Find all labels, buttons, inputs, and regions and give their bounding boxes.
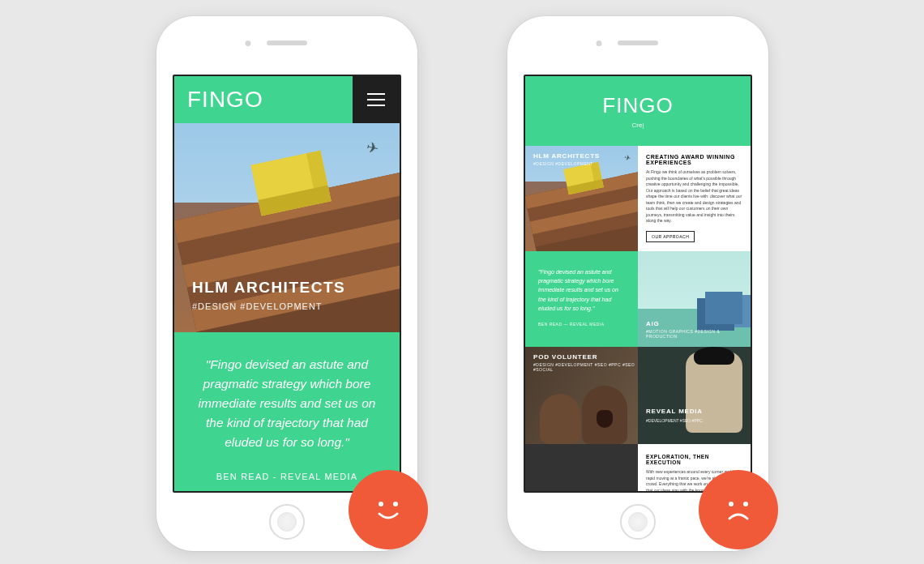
photo-detail: [597, 410, 613, 428]
tile-title: REVEAL MEDIA: [646, 408, 703, 415]
hero-tile-hlm[interactable]: ✈ HLM ARCHITECTS #DESIGN #DEVELOPMENT: [174, 123, 400, 332]
sad-face-icon: [699, 470, 778, 549]
airplane-icon: ✈: [365, 139, 380, 159]
svg-point-0: [379, 502, 383, 506]
tile-label: HLM ARCHITECTS #DESIGN #DEVELOPMENT: [533, 152, 600, 166]
photo-child: [540, 394, 580, 444]
hero-label: HLM ARCHITECTS #DESIGN #DEVELOPMENT: [192, 279, 345, 311]
airplane-icon: ✈: [624, 153, 632, 162]
quote-text: "Fingo devised an astute and pragmatic s…: [194, 355, 380, 452]
hero-tags: #DESIGN #DEVELOPMENT: [192, 301, 345, 311]
tile-subtitle: #DESIGN #DEVELOPMENT: [533, 161, 600, 166]
copy-heading: EXPLORATION, THEN EXECUTION: [646, 454, 742, 465]
copy-heading: CREATING AWARD WINNING EXPERIENCES: [646, 154, 742, 165]
svg-point-1: [393, 502, 398, 506]
svg-point-2: [729, 502, 734, 506]
mobile-header: FINGO: [174, 76, 400, 123]
svg-point-3: [743, 502, 748, 506]
quote-attribution: BEN READ — REVEAL MEDIA: [538, 321, 625, 327]
tile-subtitle: #MOTION GRAPHICS #DESIGN & PRODUCTION: [646, 329, 751, 339]
quote-text: "Fingo devised an astute and pragmatic s…: [538, 267, 625, 313]
home-button[interactable]: [269, 504, 305, 540]
tile-photo-continued: [525, 444, 638, 493]
phone-screen-right: FINGO Cre| ✈ HLM ARCHITECTS #DESIGN #DEV…: [524, 75, 752, 493]
tile-hlm-architects[interactable]: ✈ HLM ARCHITECTS #DESIGN #DEVELOPMENT: [525, 146, 638, 251]
tile-title: HLM ARCHITECTS: [533, 152, 600, 160]
phone-screen-left: FINGO ✈ HLM ARCHITECTS #DESIGN #DEVELOPM…: [173, 75, 401, 493]
tile-subtitle: #DEVELOPMENT #SEO #PPC: [646, 418, 703, 423]
tile-label: AIG #MOTION GRAPHICS #DESIGN & PRODUCTIO…: [646, 320, 751, 339]
desktop-hero: FINGO Cre|: [525, 76, 751, 146]
hero-title: HLM ARCHITECTS: [192, 279, 345, 297]
copy-body: At Fingo we think of ourselves as proble…: [646, 169, 742, 224]
hero-typed-text: Cre|: [632, 122, 644, 129]
desktop-grid: ✈ HLM ARCHITECTS #DESIGN #DEVELOPMENT CR…: [525, 146, 751, 493]
home-button[interactable]: [620, 504, 656, 540]
quote-attribution: BEN READ - REVEAL MEDIA: [194, 472, 380, 481]
tile-subtitle: #DESIGN #DEVELOPMENT #SEO #PPC #SEO #SOC…: [533, 362, 638, 372]
brand-logo: FINGO: [174, 76, 353, 123]
quote-panel: "Fingo devised an astute and pragmatic s…: [174, 332, 400, 491]
happy-face-icon: [349, 470, 428, 549]
hamburger-menu-button[interactable]: [353, 76, 400, 123]
tile-reveal-media[interactable]: REVEAL MEDIA #DEVELOPMENT #SEO #PPC: [638, 347, 751, 444]
tile-title: AIG: [646, 320, 751, 327]
tile-title: POD VOLUNTEER: [533, 353, 638, 361]
tile-label: REVEAL MEDIA: [646, 408, 703, 415]
photo-officer-hat: [694, 347, 734, 365]
tile-aig[interactable]: AIG #MOTION GRAPHICS #DESIGN & PRODUCTIO…: [638, 251, 751, 347]
tile-quote: "Fingo devised an astute and pragmatic s…: [525, 251, 638, 347]
tile-intro-copy: CREATING AWARD WINNING EXPERIENCES At Fi…: [638, 146, 751, 251]
tile-label: POD VOLUNTEER #DESIGN #DEVELOPMENT #SEO …: [533, 353, 638, 372]
our-approach-button[interactable]: OUR APPROACH: [646, 231, 695, 242]
tile-pod-volunteer[interactable]: POD VOLUNTEER #DESIGN #DEVELOPMENT #SEO …: [525, 347, 638, 444]
city-illustration: [705, 292, 742, 324]
brand-logo: FINGO: [602, 93, 673, 118]
